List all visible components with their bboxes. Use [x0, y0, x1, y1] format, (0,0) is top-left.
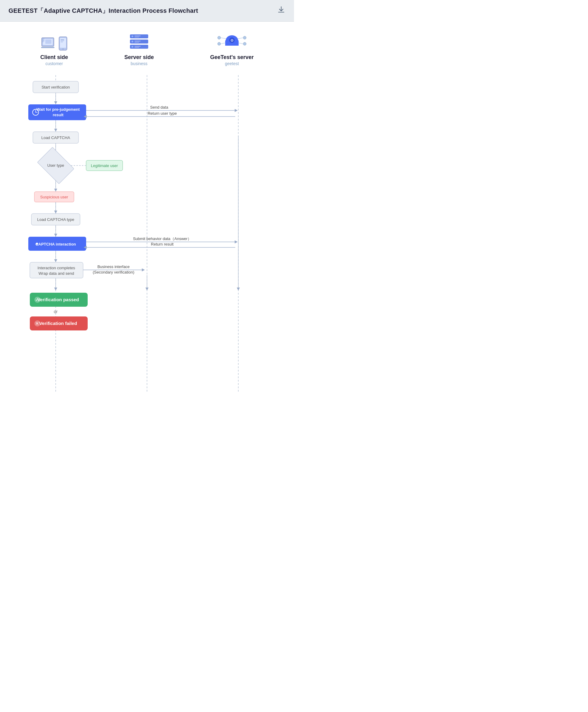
header: GEETEST「Adaptive CAPTCHA」Interaction Pro… [0, 0, 294, 22]
download-icon[interactable] [277, 5, 286, 16]
server-icon [128, 34, 150, 50]
svg-text:Wrap data and send: Wrap data and send [39, 271, 74, 276]
svg-text:Business interface: Business interface [98, 264, 130, 269]
svg-rect-4 [42, 41, 44, 41]
svg-text:Legitimate user: Legitimate user [91, 164, 119, 168]
svg-text:Return user type: Return user type [148, 111, 177, 116]
col-server-subtitle: business [130, 61, 147, 66]
col-server-title: Server side [124, 54, 154, 61]
laptop-icon [41, 37, 57, 50]
page-title: GEETEST「Adaptive CAPTCHA」Interaction Pro… [8, 7, 198, 15]
column-headers: Client side customer [12, 31, 282, 66]
svg-point-23 [131, 46, 133, 48]
col-client: Client side customer [40, 31, 68, 66]
svg-rect-11 [61, 39, 64, 40]
svg-text:✕: ✕ [35, 321, 39, 326]
col-geetest-subtitle: geetest [225, 61, 239, 66]
svg-point-27 [217, 42, 220, 45]
svg-text:or: or [54, 309, 58, 314]
svg-point-26 [217, 36, 220, 39]
page-wrapper: GEETEST「Adaptive CAPTCHA」Interaction Pro… [0, 0, 294, 404]
svg-marker-78 [54, 234, 57, 237]
svg-rect-90 [30, 262, 83, 278]
phone-icon [59, 37, 67, 50]
svg-marker-68 [54, 189, 57, 192]
col-client-subtitle: customer [45, 61, 63, 66]
svg-text:result: result [52, 113, 64, 117]
svg-marker-94 [142, 268, 145, 272]
svg-text:Submit behavior data（Answer）: Submit behavior data（Answer） [133, 236, 191, 241]
col-geetest: ⚙ GeeTest's server geetest [210, 31, 253, 66]
svg-marker-59 [54, 129, 57, 132]
svg-rect-2 [42, 39, 44, 39]
svg-text:Load CAPTCHA: Load CAPTCHA [41, 135, 70, 140]
svg-marker-53 [235, 109, 238, 112]
svg-text:Suspicious user: Suspicious user [40, 195, 68, 199]
svg-text:Load CAPTCHA type: Load CAPTCHA type [37, 217, 74, 222]
svg-text:(Secondary verification): (Secondary verification) [93, 270, 134, 275]
svg-text:Verification passed: Verification passed [38, 297, 79, 302]
svg-text:CAPTCHA interaction: CAPTCHA interaction [35, 242, 76, 246]
svg-point-10 [62, 48, 64, 49]
svg-rect-7 [41, 47, 55, 48]
col-client-title: Client side [40, 54, 68, 61]
start-verification-label: Start verification [41, 85, 70, 89]
svg-text:⚙: ⚙ [230, 38, 233, 43]
svg-text:Verification failed: Verification failed [39, 321, 77, 326]
svg-marker-100 [54, 287, 57, 290]
svg-marker-45 [54, 101, 57, 104]
flowchart-svg: Start verification Wait for pre-judgemen… [13, 75, 281, 392]
flowchart-container: Client side customer [0, 22, 294, 404]
svg-point-15 [131, 36, 133, 38]
svg-marker-83 [235, 240, 238, 243]
svg-marker-98 [146, 287, 148, 290]
svg-rect-3 [42, 40, 44, 41]
svg-rect-6 [45, 40, 51, 44]
svg-text:Wait for pre-judgement: Wait for pre-judgement [37, 107, 80, 112]
svg-marker-102 [237, 287, 240, 290]
svg-text:User type: User type [47, 163, 64, 168]
svg-point-19 [131, 41, 133, 43]
col-geetest-title: GeeTest's server [210, 54, 253, 61]
svg-rect-17 [134, 37, 139, 38]
svg-marker-89 [54, 259, 57, 262]
svg-rect-5 [42, 42, 43, 42]
svg-text:Return result: Return result [151, 242, 174, 246]
svg-point-28 [243, 36, 246, 39]
col-server: Server side business [124, 31, 154, 66]
svg-marker-74 [54, 211, 57, 214]
svg-rect-20 [134, 41, 141, 41]
svg-rect-12 [61, 41, 64, 41]
svg-point-29 [243, 42, 246, 45]
svg-rect-21 [134, 42, 139, 43]
svg-rect-16 [134, 36, 141, 36]
svg-text:Send data: Send data [150, 105, 168, 110]
svg-rect-25 [134, 47, 139, 48]
svg-text:Interaction completes: Interaction completes [38, 266, 75, 270]
svg-rect-13 [61, 42, 63, 42]
geetest-icon: ⚙ [217, 31, 247, 50]
svg-rect-24 [134, 46, 141, 47]
